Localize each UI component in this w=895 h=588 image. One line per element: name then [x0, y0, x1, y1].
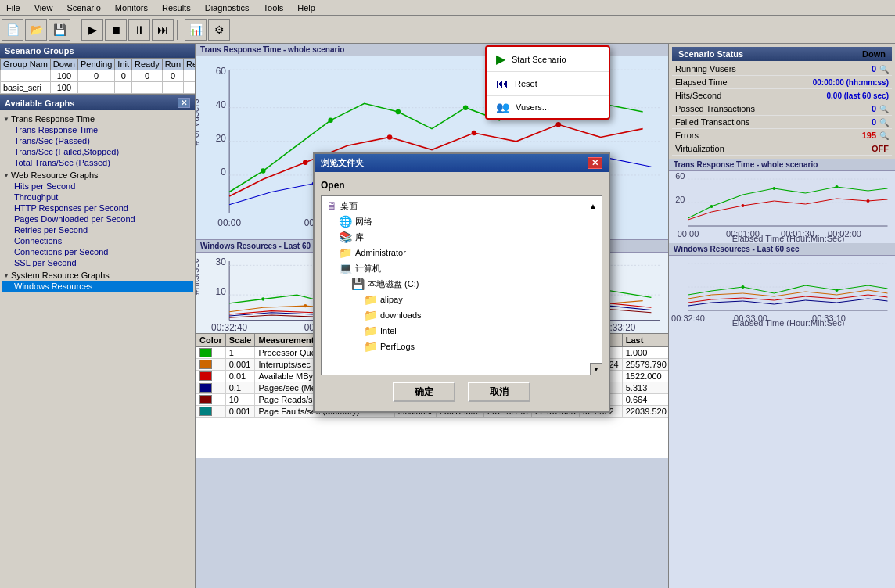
dialog-content: Open 🖥 桌面 ▲ 🌐 网络 📚 库 [315, 172, 609, 411]
category-web-text: Web Resource Graphs [11, 170, 99, 180]
start-scenario-item[interactable]: ▶ Start Scenario [487, 47, 609, 72]
menu-scenario[interactable]: Scenario [63, 3, 103, 13]
search-icon-vusers[interactable]: 🔍 [879, 65, 889, 74]
status-row-passed-trans: Passed Transactions 0 🔍 [672, 102, 892, 116]
file-item-perflogs[interactable]: 📁 PerfLogs [323, 339, 600, 354]
file-item-network[interactable]: 🌐 网络 [323, 213, 600, 229]
running-vusers-label: Running Vusers [675, 64, 736, 74]
status-row-running-vusers: Running Vusers 0 🔍 [672, 63, 892, 76]
menu-results[interactable]: Results [159, 3, 194, 13]
file-item-intel[interactable]: 📁 Intel [323, 323, 600, 339]
elapsed-time-label: Elapsed Time [675, 77, 728, 87]
menu-monitors[interactable]: Monitors [112, 3, 151, 13]
cancel-button[interactable]: 取消 [468, 382, 530, 402]
passed-trans-value[interactable]: 0 [872, 104, 876, 113]
run-button[interactable]: ▶ [81, 19, 103, 41]
file-label-local-disk: 本地磁盘 (C:) [368, 278, 419, 290]
dialog-close-button[interactable]: ✕ [588, 157, 602, 169]
search-icon-errors[interactable]: 🔍 [879, 131, 889, 140]
scenario-groups-header: Scenario Groups [0, 44, 195, 58]
tree-item-total-trans[interactable]: Total Trans/Sec (Passed) [2, 157, 193, 168]
cell-color [196, 382, 226, 394]
tree-item-hits[interactable]: Hits per Second [2, 181, 193, 192]
file-item-local-disk[interactable]: 💾 本地磁盘 (C:) [323, 276, 600, 292]
svg-text:60: 60 [675, 171, 685, 181]
save-button[interactable]: 💾 [49, 19, 70, 41]
tree-item-connections[interactable]: Connections [2, 235, 193, 246]
tree-item-ssl[interactable]: SSL per Second [2, 257, 193, 268]
table-row: 100 0 0 0 0 0 0 0 0 [1, 70, 196, 82]
resume-button[interactable]: ⏭ [152, 19, 174, 41]
file-label-administrator: Administrator [355, 248, 406, 257]
cell-rendez: 0 [184, 70, 195, 82]
svg-text:#hits/sec: #hits/sec [196, 258, 201, 295]
menu-help[interactable]: Help [294, 3, 318, 13]
left-panel: Scenario Groups Group Nam Down Pending I… [0, 44, 196, 588]
open-button[interactable]: 📂 [25, 19, 47, 41]
table-row: basic_scri 100 [1, 82, 196, 94]
failed-trans-value[interactable]: 0 [872, 117, 876, 127]
tree-item-windows-resources[interactable]: Windows Resources [2, 281, 193, 292]
menu-view[interactable]: View [31, 3, 56, 13]
menu-diagnostics[interactable]: Diagnostics [202, 3, 253, 13]
tree-category-system-label[interactable]: ▼ System Resource Graphs [2, 270, 193, 281]
menu-tools[interactable]: Tools [261, 3, 287, 13]
status-row-failed-trans: Failed Transactions 0 🔍 [672, 116, 892, 129]
status-row-errors: Errors 195 🔍 [672, 129, 892, 142]
file-browser-dialog[interactable]: 浏览文件夹 ✕ Open 🖥 桌面 ▲ 🌐 网络 [313, 152, 610, 413]
tree-item-http-responses[interactable]: HTTP Responses per Second [2, 203, 193, 213]
file-tree: 🖥 桌面 ▲ 🌐 网络 📚 库 📁 [321, 195, 602, 375]
search-icon-failed[interactable]: 🔍 [879, 118, 889, 127]
cell-last: 25579.790 [622, 359, 668, 371]
library-icon: 📚 [339, 231, 352, 243]
tree-item-trans-response[interactable]: Trans Response Time [2, 124, 193, 135]
running-vusers-value[interactable]: 0 [872, 64, 876, 74]
expand-arrow-system: ▼ [3, 272, 9, 279]
vusers-item[interactable]: 👥 Vusers... [487, 96, 609, 118]
available-graphs-close[interactable]: ✕ [178, 98, 190, 108]
stop-button[interactable]: ⏹ [105, 19, 127, 41]
rewind-icon: ⏮ [496, 77, 509, 91]
chart-button[interactable]: 📊 [185, 19, 207, 41]
reset-item[interactable]: ⏮ Reset [487, 72, 609, 96]
perflogs-folder-icon: 📁 [364, 340, 377, 353]
col-run: Run [162, 59, 183, 70]
tree-category-web-label[interactable]: ▼ Web Resource Graphs [2, 170, 193, 181]
errors-value[interactable]: 195 [862, 131, 876, 140]
confirm-button[interactable]: 确定 [393, 382, 455, 402]
disk-icon: 💾 [351, 278, 365, 290]
tree-item-connections-sec[interactable]: Connections per Second [2, 246, 193, 257]
tree-item-trans-sec-passed[interactable]: Trans/Sec (Passed) [2, 135, 193, 146]
file-item-desktop[interactable]: 🖥 桌面 ▲ [323, 198, 600, 213]
tree-item-retries[interactable]: Retries per Second [2, 224, 193, 235]
file-item-alipay[interactable]: 📁 alipay [323, 292, 600, 307]
tree-category-trans-label[interactable]: ▼ Trans Response Time [2, 113, 193, 124]
th-last: Last [622, 334, 668, 347]
right-chart-bottom-svg: 00:32:40 00:33:00 00:33:10 Elapsed Time … [669, 256, 895, 326]
svg-point-57 [742, 204, 745, 207]
settings-button[interactable]: ⚙ [208, 19, 230, 41]
failed-trans-label: Failed Transactions [675, 117, 749, 127]
search-icon-passed[interactable]: 🔍 [879, 105, 889, 113]
file-item-computer[interactable]: 💻 计算机 [323, 260, 600, 276]
svg-text:30: 30 [216, 256, 227, 267]
pause-button[interactable]: ⏸ [128, 19, 150, 41]
tree-category-trans: ▼ Trans Response Time Trans Response Tim… [2, 113, 193, 168]
cell-scale: 0.001 [225, 359, 255, 371]
reset-label: Reset [515, 79, 537, 88]
tree-item-trans-sec-failed[interactable]: Trans/Sec (Failed,Stopped) [2, 146, 193, 157]
cell-color [196, 406, 226, 418]
downloads-folder-icon: 📁 [364, 309, 377, 321]
scroll-down-button[interactable]: ▼ [590, 363, 602, 375]
intel-folder-icon: 📁 [364, 324, 377, 337]
file-item-administrator[interactable]: 📁 Administrator [323, 245, 600, 260]
menu-file[interactable]: File [3, 3, 23, 13]
file-item-downloads[interactable]: 📁 downloads [323, 307, 600, 323]
cell-run: 0 [162, 70, 183, 82]
new-button[interactable]: 📄 [2, 19, 23, 41]
status-panel: Scenario Status Down Running Vusers 0 🔍 … [669, 44, 895, 159]
file-item-library[interactable]: 📚 库 [323, 229, 600, 245]
tree-item-throughput[interactable]: Throughput [2, 192, 193, 203]
file-label-desktop: 桌面 [340, 200, 358, 212]
tree-item-pages[interactable]: Pages Downloaded per Second [2, 213, 193, 224]
